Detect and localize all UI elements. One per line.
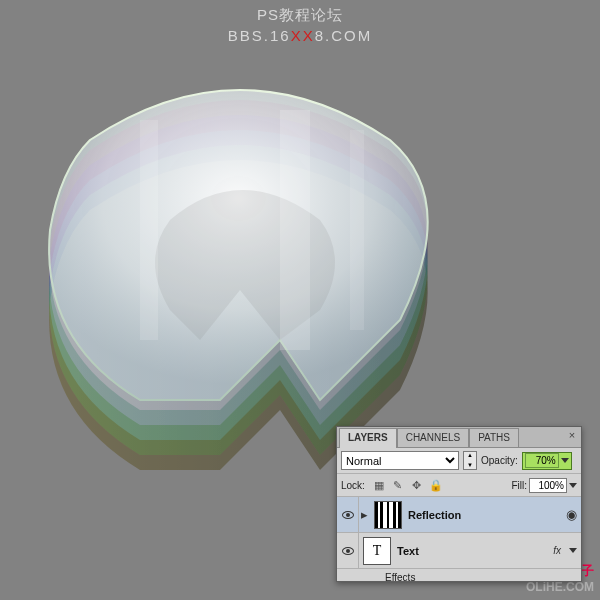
lock-icons: ▦ ✎ ✥ 🔒 bbox=[371, 477, 444, 493]
tab-channels[interactable]: CHANNELS bbox=[397, 428, 469, 447]
header-url: BBS.16XX8.COM bbox=[0, 27, 600, 44]
fx-expand-icon[interactable] bbox=[569, 548, 577, 553]
tab-layers[interactable]: LAYERS bbox=[339, 428, 397, 448]
eye-icon bbox=[342, 511, 354, 519]
eye-icon bbox=[342, 547, 354, 555]
opacity-label: Opacity: bbox=[481, 455, 518, 466]
svg-rect-0 bbox=[140, 120, 158, 340]
visibility-toggle[interactable] bbox=[337, 497, 359, 532]
blend-stepper[interactable]: ▲▼ bbox=[463, 451, 477, 470]
top-glass-surface bbox=[20, 80, 460, 480]
effects-row[interactable]: Effects bbox=[337, 569, 581, 581]
fx-badge[interactable]: fx bbox=[553, 545, 561, 556]
header-title: PS教程论坛 bbox=[0, 6, 600, 25]
blend-mode-select[interactable]: Normal bbox=[341, 451, 459, 470]
lock-transparency-icon[interactable]: ▦ bbox=[371, 477, 387, 493]
filter-icon[interactable]: ▸ bbox=[361, 507, 368, 522]
fill-input[interactable] bbox=[529, 478, 567, 493]
lock-pixels-icon[interactable]: ✎ bbox=[390, 477, 406, 493]
layer-name: Text bbox=[397, 545, 419, 557]
layer-list: ▸ Reflection ◉ T Text fx Effects bbox=[337, 497, 581, 581]
visibility-toggle[interactable] bbox=[337, 533, 359, 568]
opacity-dropdown-icon[interactable] bbox=[561, 458, 569, 463]
layered-3d-letter bbox=[20, 80, 460, 480]
panel-tabs: LAYERS CHANNELS PATHS bbox=[337, 427, 581, 448]
panel-close-icon[interactable]: × bbox=[565, 429, 579, 443]
layer-row-text[interactable]: T Text fx bbox=[337, 533, 581, 569]
opacity-input[interactable] bbox=[525, 453, 559, 468]
layer-thumbnail[interactable] bbox=[374, 501, 402, 529]
svg-rect-2 bbox=[350, 130, 364, 330]
lock-all-icon[interactable]: 🔒 bbox=[428, 477, 444, 493]
type-layer-thumbnail[interactable]: T bbox=[363, 537, 391, 565]
tab-paths[interactable]: PATHS bbox=[469, 428, 519, 447]
smart-object-icon: ◉ bbox=[566, 507, 577, 522]
lock-fill-row: Lock: ▦ ✎ ✥ 🔒 Fill: bbox=[337, 474, 581, 497]
svg-rect-1 bbox=[280, 110, 310, 350]
lock-label: Lock: bbox=[341, 480, 365, 491]
layer-row-reflection[interactable]: ▸ Reflection ◉ bbox=[337, 497, 581, 533]
fill-dropdown-icon[interactable] bbox=[569, 483, 577, 488]
layer-name: Reflection bbox=[408, 509, 461, 521]
opacity-control[interactable] bbox=[522, 452, 572, 470]
layers-panel: × LAYERS CHANNELS PATHS Normal ▲▼ Opacit… bbox=[336, 426, 582, 582]
lock-position-icon[interactable]: ✥ bbox=[409, 477, 425, 493]
blend-opacity-row: Normal ▲▼ Opacity: bbox=[337, 448, 581, 474]
page-header: PS教程论坛 BBS.16XX8.COM bbox=[0, 6, 600, 44]
fill-label: Fill: bbox=[511, 480, 527, 491]
